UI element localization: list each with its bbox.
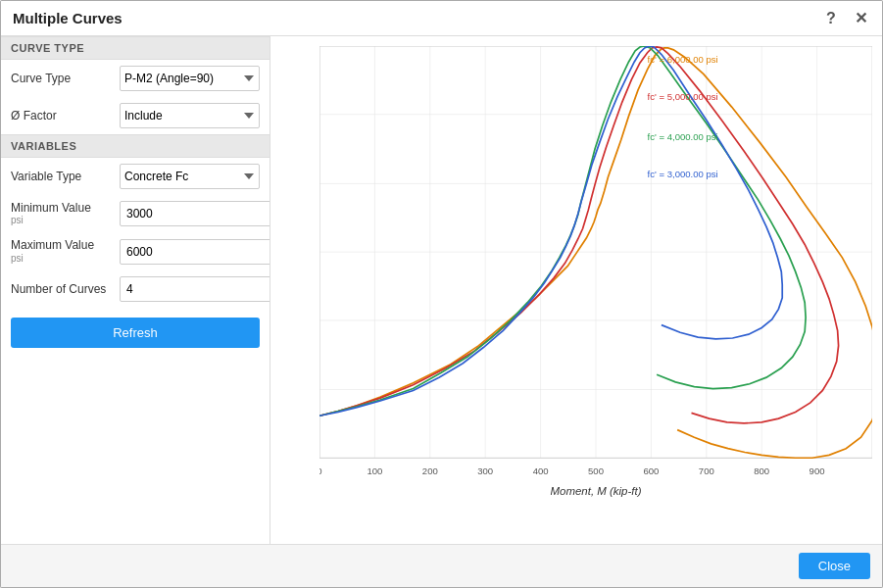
num-curves-label: Number of Curves [11, 282, 114, 296]
curve-type-row: Curve Type P-M2 (Angle=90) P-M3 (Angle=0… [1, 60, 270, 97]
label-orange: fc' = 6,000.00 psi [648, 54, 718, 65]
dialog-title: Multiple Curves [13, 10, 123, 26]
refresh-button[interactable]: Refresh [11, 318, 260, 348]
chart-svg: 0 100 200 300 400 500 600 700 800 900 25… [319, 46, 872, 505]
label-red: fc' = 5,000.00 psi [648, 91, 718, 102]
left-panel: CURVE TYPE Curve Type P-M2 (Angle=90) P-… [1, 36, 270, 544]
curve-type-section-header: CURVE TYPE [1, 36, 270, 60]
svg-text:400: 400 [533, 466, 549, 476]
num-curves-row: Number of Curves [1, 270, 270, 308]
min-value-input[interactable] [120, 201, 270, 226]
variables-section-header: VARIABLES [1, 134, 270, 158]
main-content: CURVE TYPE Curve Type P-M2 (Angle=90) P-… [1, 36, 882, 544]
svg-text:800: 800 [754, 466, 769, 476]
variable-type-select[interactable]: Concrete Fc Steel Fy Rebar Size [120, 164, 260, 189]
num-curves-input[interactable] [120, 276, 270, 302]
svg-text:300: 300 [477, 466, 493, 476]
max-value-label: Maximum Value psi [11, 238, 114, 264]
svg-text:600: 600 [643, 466, 659, 476]
svg-text:500: 500 [588, 466, 604, 476]
svg-text:700: 700 [699, 466, 714, 476]
curve-type-label: Curve Type [11, 72, 114, 85]
dialog: Multiple Curves ? ✕ CURVE TYPE Curve Typ… [0, 0, 883, 588]
label-green: fc' = 4,000.00 psi [648, 131, 718, 142]
phi-factor-row: Ø Factor Include Exclude [1, 97, 270, 134]
max-value-row: Maximum Value psi [1, 232, 270, 270]
svg-text:0: 0 [319, 466, 322, 476]
chart-area: 0 100 200 300 400 500 600 700 800 900 25… [270, 36, 882, 544]
help-icon[interactable]: ? [821, 10, 841, 27]
variable-type-label: Variable Type [11, 170, 114, 183]
footer: Close [1, 544, 882, 587]
max-value-input[interactable] [120, 239, 270, 265]
variable-type-row: Variable Type Concrete Fc Steel Fy Rebar… [1, 158, 270, 195]
close-icon[interactable]: ✕ [851, 9, 870, 27]
phi-factor-label: Ø Factor [11, 109, 114, 122]
svg-text:200: 200 [422, 466, 438, 476]
min-value-label: Minimum Value psi [11, 201, 114, 226]
close-button[interactable]: Close [799, 553, 870, 579]
svg-text:900: 900 [809, 466, 825, 476]
min-value-row: Minimum Value psi [1, 195, 270, 232]
svg-text:Moment, M (kip-ft): Moment, M (kip-ft) [551, 485, 642, 497]
title-bar: Multiple Curves ? ✕ [1, 1, 882, 36]
label-blue: fc' = 3,000.00 psi [648, 169, 718, 179]
svg-text:100: 100 [367, 466, 382, 476]
phi-factor-select[interactable]: Include Exclude [120, 103, 260, 128]
title-bar-icons: ? ✕ [821, 9, 870, 27]
curve-type-select[interactable]: P-M2 (Angle=90) P-M3 (Angle=0) P-M (Angl… [120, 66, 260, 91]
